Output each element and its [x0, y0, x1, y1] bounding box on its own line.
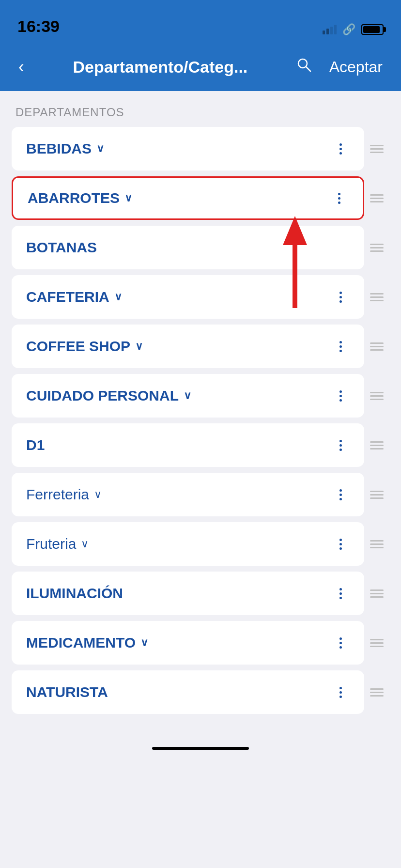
more-options-button-cuidado-personal[interactable] [332, 390, 350, 402]
more-options-button-fruteria[interactable] [332, 539, 350, 550]
drag-handle-ferreteria[interactable] [364, 491, 389, 499]
drag-handle-cuidado-personal[interactable] [364, 392, 389, 400]
dept-item-cuidado-personal[interactable]: CUIDADO PERSONAL∨ [12, 374, 364, 418]
search-button[interactable] [293, 53, 316, 80]
dept-item-coffee-shop[interactable]: COFFEE SHOP∨ [12, 325, 364, 368]
dept-item-fruteria[interactable]: Fruteria∨ [12, 522, 364, 566]
link-icon: 🔗 [342, 23, 355, 36]
dept-name-medicamento: MEDICAMENTO∨ [26, 635, 332, 651]
dept-item-wrapper-cafeteria: CAFETERIA∨ [12, 275, 389, 319]
more-options-button-naturista[interactable] [332, 687, 350, 698]
content-area: DEPARTAMENTOS BEBIDAS∨ABARROTES∨BOTANASC… [0, 91, 401, 739]
chevron-down-icon: ∨ [94, 488, 102, 501]
dept-item-wrapper-fruteria: Fruteria∨ [12, 522, 389, 566]
dept-item-wrapper-naturista: NATURISTA [12, 670, 389, 714]
nav-title: Departamento/Categ... [38, 58, 283, 77]
drag-handle-medicamento[interactable] [364, 639, 389, 647]
dept-item-wrapper-d1: D1 [12, 423, 389, 467]
dept-name-cafeteria: CAFETERIA∨ [26, 289, 332, 305]
drag-handle-coffee-shop[interactable] [364, 342, 389, 351]
battery-icon [361, 24, 384, 35]
more-options-button-cafeteria[interactable] [332, 292, 350, 303]
dept-item-wrapper-ferreteria: Ferreteria∨ [12, 473, 389, 516]
dept-name-abarrotes: ABARROTES∨ [28, 190, 330, 206]
dept-item-wrapper-abarrotes: ABARROTES∨ [12, 176, 389, 220]
dept-item-cafeteria[interactable]: CAFETERIA∨ [12, 275, 364, 319]
more-options-button-medicamento[interactable] [332, 637, 350, 649]
dept-item-wrapper-cuidado-personal: CUIDADO PERSONAL∨ [12, 374, 389, 418]
chevron-down-icon: ∨ [140, 636, 148, 649]
status-bar: 16:39 🔗 [0, 0, 401, 43]
chevron-down-icon: ∨ [184, 389, 191, 402]
dept-name-iluminacion: ILUMINACIÓN [26, 585, 332, 602]
more-options-button-d1[interactable] [332, 440, 350, 451]
dept-item-wrapper-bebidas: BEBIDAS∨ [12, 127, 389, 170]
drag-handle-bebidas[interactable] [364, 145, 389, 153]
dept-item-ferreteria[interactable]: Ferreteria∨ [12, 473, 364, 516]
drag-handle-fruteria[interactable] [364, 540, 389, 548]
chevron-down-icon: ∨ [124, 192, 132, 204]
chevron-down-icon: ∨ [96, 142, 104, 155]
drag-handle-naturista[interactable] [364, 688, 389, 697]
dept-item-d1[interactable]: D1 [12, 423, 364, 467]
section-label: DEPARTAMENTOS [12, 106, 389, 119]
status-time: 16:39 [17, 17, 60, 36]
chevron-down-icon: ∨ [114, 291, 122, 303]
dept-item-iluminacion[interactable]: ILUMINACIÓN [12, 572, 364, 615]
dept-item-wrapper-iluminacion: ILUMINACIÓN [12, 572, 389, 615]
more-options-button-ferreteria[interactable] [332, 489, 350, 500]
drag-handle-botanas[interactable] [364, 244, 389, 252]
dept-name-fruteria: Fruteria∨ [26, 536, 332, 552]
more-options-button-iluminacion[interactable] [332, 588, 350, 599]
dept-item-naturista[interactable]: NATURISTA [12, 670, 364, 714]
dept-item-bebidas[interactable]: BEBIDAS∨ [12, 127, 364, 170]
status-icons: 🔗 [323, 23, 384, 36]
chevron-down-icon: ∨ [81, 538, 89, 550]
more-options-button-bebidas[interactable] [332, 143, 350, 155]
dept-item-botanas[interactable]: BOTANAS [12, 226, 364, 269]
dept-name-coffee-shop: COFFEE SHOP∨ [26, 338, 332, 355]
drag-handle-abarrotes[interactable] [364, 194, 389, 202]
back-button[interactable]: ‹ [15, 53, 28, 81]
chevron-down-icon: ∨ [135, 340, 143, 353]
dept-name-naturista: NATURISTA [26, 684, 332, 700]
department-list: BEBIDAS∨ABARROTES∨BOTANASCAFETERIA∨COFFE… [12, 127, 389, 720]
more-options-button-coffee-shop[interactable] [332, 341, 350, 352]
dept-name-botanas: BOTANAS [26, 239, 350, 256]
dept-name-d1: D1 [26, 437, 332, 453]
drag-handle-d1[interactable] [364, 441, 389, 450]
more-options-button-abarrotes[interactable] [330, 193, 348, 204]
home-indicator [152, 747, 249, 750]
dept-item-wrapper-medicamento: MEDICAMENTO∨ [12, 621, 389, 665]
dept-item-abarrotes[interactable]: ABARROTES∨ [12, 176, 364, 220]
svg-line-1 [306, 67, 310, 71]
drag-handle-cafeteria[interactable] [364, 293, 389, 301]
dept-item-wrapper-botanas: BOTANAS [12, 226, 389, 269]
accept-button[interactable]: Aceptar [325, 54, 386, 80]
signal-icon [323, 25, 337, 34]
dept-item-wrapper-coffee-shop: COFFEE SHOP∨ [12, 325, 389, 368]
dept-name-ferreteria: Ferreteria∨ [26, 486, 332, 503]
drag-handle-iluminacion[interactable] [364, 589, 389, 598]
dept-name-bebidas: BEBIDAS∨ [26, 140, 332, 157]
dept-name-cuidado-personal: CUIDADO PERSONAL∨ [26, 388, 332, 404]
nav-bar: ‹ Departamento/Categ... Aceptar [0, 43, 401, 91]
dept-item-medicamento[interactable]: MEDICAMENTO∨ [12, 621, 364, 665]
